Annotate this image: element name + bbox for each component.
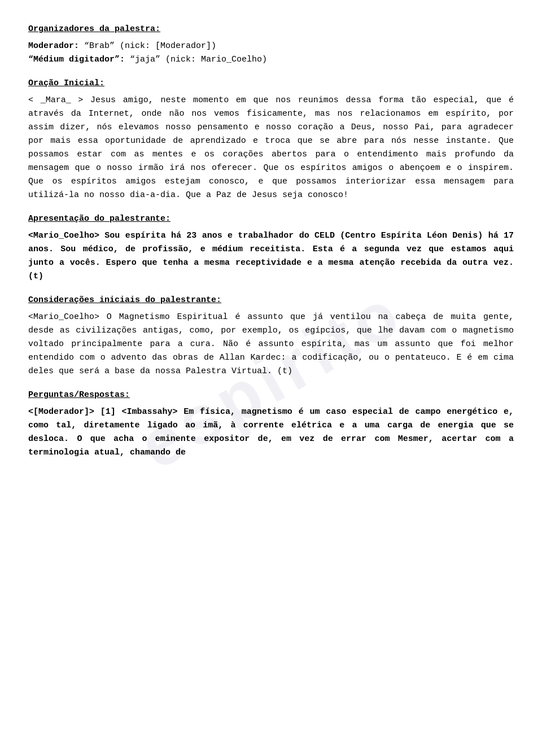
oracao-heading: Oração Inicial: <box>28 77 514 90</box>
apresentacao-content: <Mario_Coelho> Sou espírita há 23 anos e… <box>28 231 514 281</box>
oracao-section: Oração Inicial: < _Mara_ > Jesus amigo, … <box>28 77 514 202</box>
apresentacao-text: <Mario_Coelho> Sou espírita há 23 anos e… <box>28 229 514 283</box>
medium-label: “Médium digitador”: <box>28 55 125 64</box>
page-content: Organizadores da palestra: Moderador: “B… <box>28 23 514 460</box>
consideracoes-section: Considerações iniciais do palestrante: <… <box>28 294 514 378</box>
organizers-section: Organizadores da palestra: Moderador: “B… <box>28 23 514 67</box>
perguntas-heading: Perguntas/Respostas: <box>28 388 514 402</box>
perguntas-text: <[Moderador]> [1] <Imbassahy> Em física,… <box>28 405 514 460</box>
consideracoes-heading: Considerações iniciais do palestrante: <box>28 294 514 307</box>
apresentacao-section: Apresentação do palestrante: <Mario_Coel… <box>28 212 514 283</box>
organizers-heading: Organizadores da palestra: <box>28 23 514 36</box>
consideracoes-text: <Mario_Coelho> O Magnetismo Espiritual é… <box>28 311 514 378</box>
moderator-label: Moderador: <box>28 41 79 51</box>
organizers-info: Moderador: “Brab” (nick: [Moderador]) “M… <box>28 40 514 67</box>
perguntas-content: <[Moderador]> [1] <Imbassahy> Em física,… <box>28 407 514 457</box>
oracao-text: < _Mara_ > Jesus amigo, neste momento em… <box>28 94 514 202</box>
perguntas-section: Perguntas/Respostas: <[Moderador]> [1] <… <box>28 388 514 460</box>
apresentacao-heading: Apresentação do palestrante: <box>28 212 514 226</box>
